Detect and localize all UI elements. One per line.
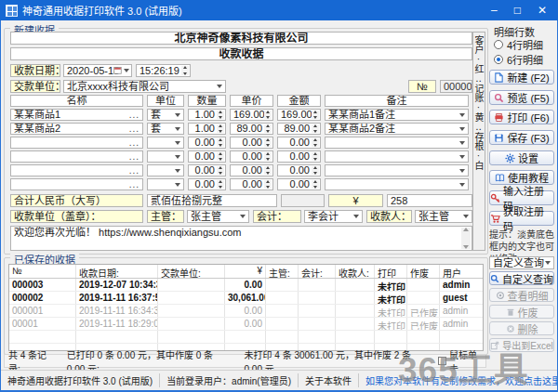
- spinner-arrows-icon[interactable]: [264, 180, 272, 189]
- item-qty-spinner[interactable]: 1.00: [188, 109, 226, 121]
- table-row[interactable]: 000002 2019-11-11 16:37:52 30,061.00 未打印…: [9, 292, 483, 305]
- item-price-spinner[interactable]: 169.00: [230, 109, 273, 121]
- time-spinner[interactable]: 15:26:19: [136, 64, 191, 77]
- payer-label[interactable]: 交款单位：: [10, 80, 60, 93]
- supervisor-label[interactable]: 主管：: [147, 210, 184, 223]
- item-remark-combobox[interactable]: [325, 137, 469, 149]
- payee-combobox[interactable]: 张主管: [415, 210, 472, 223]
- ellipsis-button[interactable]: ...: [129, 138, 140, 148]
- table-row[interactable]: 00001 2019-11-11 18:29:09 0.00 未打印 已作废 a…: [9, 318, 483, 331]
- ellipsis-button[interactable]: ...: [129, 152, 140, 162]
- item-price-spinner[interactable]: 0.00: [230, 178, 273, 190]
- spinner-arrows-icon[interactable]: [312, 152, 319, 161]
- spinner-arrows-icon[interactable]: [264, 124, 272, 133]
- item-unit-combobox[interactable]: [147, 150, 184, 163]
- item-name-field[interactable]: ...: [10, 150, 143, 163]
- item-remark-combobox[interactable]: 某某商品2备注: [325, 123, 469, 135]
- item-price-spinner[interactable]: 0.00: [230, 137, 273, 149]
- payee-label[interactable]: 收款人：: [366, 210, 412, 223]
- settings-button[interactable]: 设置: [489, 150, 554, 165]
- item-name-field[interactable]: 某某商品2...: [10, 123, 143, 135]
- query-type-combobox[interactable]: 自定义查询: [489, 256, 554, 269]
- item-price-spinner[interactable]: 0.00: [230, 164, 273, 176]
- item-remark-combobox[interactable]: 某某商品1备注: [325, 109, 469, 121]
- supervisor-combobox[interactable]: 张主管: [187, 210, 249, 223]
- spinner-arrows-icon[interactable]: [217, 138, 224, 147]
- minimize-button[interactable]: –: [491, 6, 498, 15]
- spinner-arrows-icon[interactable]: [312, 111, 319, 119]
- date-label[interactable]: 收款日期：: [10, 64, 60, 77]
- total-words-label[interactable]: 合计人民币（大写）: [10, 194, 143, 207]
- item-unit-combobox[interactable]: [147, 178, 184, 190]
- save-button[interactable]: 保存 (F3): [489, 130, 554, 145]
- item-qty-spinner[interactable]: 0.00: [188, 178, 226, 190]
- item-name-field[interactable]: ...: [10, 137, 143, 149]
- export-excel-button[interactable]: 导出到Excel: [489, 338, 554, 352]
- spinner-arrows-icon[interactable]: [217, 180, 224, 189]
- accountant-combobox[interactable]: 李会计: [304, 210, 363, 223]
- radio-6-rows[interactable]: 6行明细: [494, 52, 543, 67]
- item-amount-spinner[interactable]: 89.00: [277, 123, 321, 135]
- checkbox-icon[interactable]: [438, 357, 446, 365]
- ellipsis-button[interactable]: ...: [129, 166, 140, 176]
- preview-button[interactable]: 预览 (F5): [489, 90, 554, 105]
- item-amount-spinner[interactable]: 169.00: [277, 109, 321, 121]
- spinner-arrows-icon[interactable]: [312, 124, 319, 133]
- yuan-label[interactable]: ¥: [328, 194, 383, 207]
- item-unit-combobox[interactable]: [147, 164, 184, 176]
- doc-title-field[interactable]: 收款收据: [10, 47, 472, 60]
- close-button[interactable]: ✕: [538, 6, 547, 15]
- ellipsis-button[interactable]: ...: [129, 111, 140, 120]
- item-name-field[interactable]: 某某商品1...: [10, 109, 143, 121]
- ellipsis-button[interactable]: ...: [129, 124, 140, 134]
- item-amount-spinner[interactable]: 0.00: [277, 150, 321, 163]
- item-amount-spinner[interactable]: 0.00: [277, 137, 321, 149]
- spinner-arrows-icon[interactable]: [264, 166, 272, 175]
- status-contact-link[interactable]: 如果您对本软件有定制修改需求，欢迎点击这里联系我们: [359, 373, 557, 387]
- total-words-field[interactable]: 贰佰伍拾捌元整: [147, 194, 277, 207]
- spinner-arrows-icon[interactable]: [181, 66, 189, 75]
- spinner-arrows-icon[interactable]: [312, 166, 319, 175]
- table-row[interactable]: 000003 2019-12-07 10:34:32 0.00 未打印 admi…: [9, 279, 483, 292]
- item-price-spinner[interactable]: 89.00: [230, 123, 273, 135]
- void-button[interactable]: 作废: [489, 305, 554, 319]
- item-name-field[interactable]: ...: [10, 164, 143, 176]
- new-button[interactable]: 新建 (F2): [489, 70, 554, 85]
- view-detail-button[interactable]: 查看明细: [489, 288, 554, 302]
- spinner-arrows-icon[interactable]: [217, 111, 224, 119]
- item-amount-spinner[interactable]: 0.00: [277, 164, 321, 176]
- company-header-field[interactable]: 北京神奇像素科技有限公司: [10, 32, 472, 45]
- item-qty-spinner[interactable]: 0.00: [188, 150, 226, 163]
- item-remark-combobox[interactable]: [325, 164, 469, 176]
- receipt-no-label[interactable]: №: [408, 80, 436, 93]
- payer-combobox[interactable]: 北京xxxx科技有限公司: [63, 80, 226, 93]
- scrollbar[interactable]: [461, 228, 471, 249]
- item-unit-combobox[interactable]: [147, 137, 184, 149]
- custom-query-button[interactable]: 自定义查询: [489, 271, 554, 285]
- maximize-button[interactable]: □: [514, 6, 521, 15]
- spinner-arrows-icon[interactable]: [264, 111, 272, 119]
- spinner-arrows-icon[interactable]: [217, 124, 224, 133]
- accountant-label[interactable]: 会计：: [253, 210, 301, 223]
- total-amount-field[interactable]: 258: [387, 194, 472, 207]
- item-name-field[interactable]: ...: [10, 178, 143, 190]
- item-qty-spinner[interactable]: 0.00: [188, 164, 226, 176]
- spinner-arrows-icon[interactable]: [312, 138, 319, 147]
- get-license-button[interactable]: 获取注册码: [489, 211, 554, 226]
- table-row[interactable]: 000001 2019-11-11 16:34:38 0.00 未打印 已作废 …: [9, 305, 483, 318]
- stamp-label[interactable]: 收款单位（盖章）：: [10, 210, 143, 223]
- date-picker[interactable]: 2020-05-18: [63, 64, 132, 77]
- spinner-arrows-icon[interactable]: [312, 180, 319, 189]
- item-remark-combobox[interactable]: [325, 150, 469, 163]
- radio-4-rows[interactable]: 4行明细: [494, 37, 543, 52]
- status-about-link[interactable]: 关于本软件: [299, 373, 359, 387]
- print-button[interactable]: 打印 (F6): [489, 110, 554, 124]
- spinner-arrows-icon[interactable]: [217, 152, 224, 161]
- item-unit-combobox[interactable]: 套: [147, 123, 184, 135]
- spinner-arrows-icon[interactable]: [264, 138, 272, 147]
- item-qty-spinner[interactable]: 1.00: [188, 123, 226, 135]
- ellipsis-button[interactable]: ...: [129, 180, 140, 189]
- spinner-arrows-icon[interactable]: [264, 152, 272, 161]
- item-remark-combobox[interactable]: [325, 178, 469, 190]
- item-amount-spinner[interactable]: 0.00: [277, 178, 321, 190]
